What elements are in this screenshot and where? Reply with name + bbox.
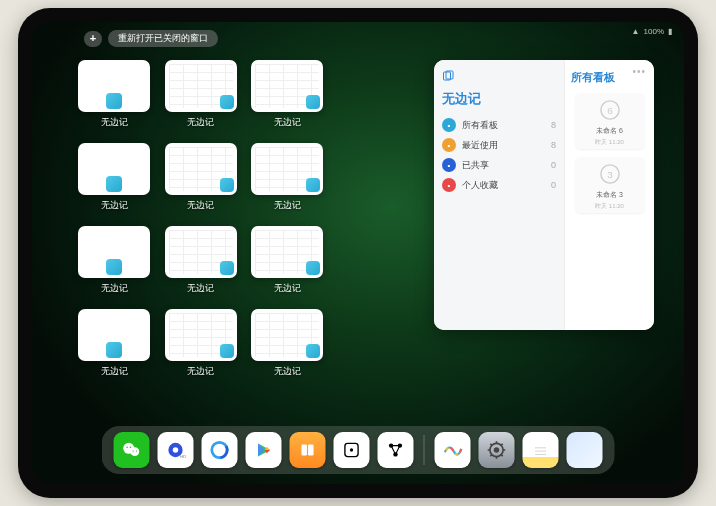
- svg-point-13: [173, 447, 179, 453]
- category-icon: •: [442, 178, 456, 192]
- board-card[interactable]: 3未命名 3昨天 11:20: [575, 157, 645, 213]
- svg-point-8: [126, 446, 128, 448]
- thumb-label: 无边记: [274, 365, 301, 378]
- more-icon[interactable]: •••: [632, 66, 646, 77]
- app-freeform[interactable]: [435, 432, 471, 468]
- thumb-cell: 无边记: [251, 60, 324, 129]
- app-wechat[interactable]: [114, 432, 150, 468]
- card-label: 未命名 6: [596, 126, 623, 136]
- new-window-button[interactable]: +: [84, 31, 102, 47]
- thumb-cell: 无边记: [165, 309, 238, 378]
- battery-icon: ▮: [668, 27, 672, 36]
- app-dice[interactable]: [334, 432, 370, 468]
- window-thumb[interactable]: [78, 60, 150, 112]
- card-label: 未命名 3: [596, 190, 623, 200]
- sidebar-item-label: 个人收藏: [462, 179, 498, 192]
- thumb-cell: 无边记: [165, 143, 238, 212]
- window-thumb[interactable]: [78, 309, 150, 361]
- dock-separator: [424, 435, 425, 465]
- svg-point-9: [130, 446, 132, 448]
- panel-right-title: 所有看板: [571, 70, 615, 85]
- svg-line-33: [501, 444, 503, 446]
- thumb-label: 无边记: [187, 282, 214, 295]
- window-thumb[interactable]: [78, 226, 150, 278]
- ipad-frame: ▲ 100% ▮ + 重新打开已关闭的窗口 无边记无边记无边记无边记无边记无边记…: [18, 8, 698, 498]
- app-play[interactable]: [246, 432, 282, 468]
- svg-line-27: [501, 455, 503, 457]
- svg-line-29: [490, 455, 492, 457]
- window-thumb[interactable]: [165, 226, 237, 278]
- thumb-grid: 无边记无边记无边记无边记无边记无边记无边记无边记无边记无边记无边记无边记: [78, 60, 410, 422]
- window-thumb[interactable]: [251, 309, 323, 361]
- panel-cards: 6未命名 6昨天 11:203未命名 3昨天 11:20: [575, 93, 645, 213]
- window-thumb[interactable]: [165, 143, 237, 195]
- svg-point-20: [350, 448, 353, 451]
- app-books[interactable]: [290, 432, 326, 468]
- window-thumb[interactable]: [165, 309, 237, 361]
- thumb-label: 无边记: [274, 282, 301, 295]
- thumb-cell: 无边记: [165, 60, 238, 129]
- window-thumb[interactable]: [251, 143, 323, 195]
- panel-right: 所有看板 6未命名 6昨天 11:203未命名 3昨天 11:20: [564, 60, 654, 330]
- card-sublabel: 昨天 11:20: [595, 138, 624, 147]
- svg-point-11: [136, 450, 137, 451]
- category-icon: •: [442, 158, 456, 172]
- svg-text:3: 3: [607, 168, 613, 179]
- wifi-icon: ▲: [632, 27, 640, 36]
- count-badge: 8: [551, 120, 556, 130]
- category-icon: •: [442, 138, 456, 152]
- app-notes[interactable]: [523, 432, 559, 468]
- window-thumb[interactable]: [251, 60, 323, 112]
- window-thumb[interactable]: [251, 226, 323, 278]
- svg-rect-17: [301, 445, 307, 456]
- screen: ▲ 100% ▮ + 重新打开已关闭的窗口 无边记无边记无边记无边记无边记无边记…: [32, 22, 684, 484]
- count-badge: 8: [551, 140, 556, 150]
- svg-rect-18: [308, 445, 314, 456]
- thumb-cell: 无边记: [78, 226, 151, 295]
- dock: HD: [102, 426, 615, 474]
- thumb-cell: 无边记: [78, 143, 151, 212]
- thumb-cell: 无边记: [251, 309, 324, 378]
- thumb-cell: 无边记: [251, 226, 324, 295]
- sidebar-item-label: 最近使用: [462, 139, 498, 152]
- app-qqb[interactable]: [202, 432, 238, 468]
- category-icon: •: [442, 118, 456, 132]
- sidebar-item-label: 已共享: [462, 159, 489, 172]
- sidebar-item[interactable]: •所有看板8: [442, 118, 556, 132]
- app-graph[interactable]: [378, 432, 414, 468]
- freeform-panel[interactable]: ••• 无边记 •所有看板8•最近使用8•已共享0•个人收藏0 所有看板 6未命…: [434, 60, 654, 330]
- thumb-label: 无边记: [101, 199, 128, 212]
- sidebar-item[interactable]: •已共享0: [442, 158, 556, 172]
- window-thumb[interactable]: [165, 60, 237, 112]
- battery-label: 100%: [644, 27, 664, 36]
- thumb-label: 无边记: [101, 365, 128, 378]
- top-controls: + 重新打开已关闭的窗口: [84, 30, 218, 47]
- panel-rows: •所有看板8•最近使用8•已共享0•个人收藏0: [442, 118, 556, 192]
- thumb-label: 无边记: [187, 199, 214, 212]
- thumb-cell: 无边记: [78, 60, 151, 129]
- thumb-cell: 无边记: [78, 309, 151, 378]
- workspace: 无边记无边记无边记无边记无边记无边记无边记无边记无边记无边记无边记无边记 •••…: [78, 60, 654, 422]
- panel-header-icon: [442, 70, 556, 82]
- thumb-label: 无边记: [101, 116, 128, 129]
- sidebar-item[interactable]: •最近使用8: [442, 138, 556, 152]
- thumb-label: 无边记: [274, 199, 301, 212]
- window-thumb[interactable]: [78, 143, 150, 195]
- svg-point-10: [132, 450, 133, 451]
- card-sublabel: 昨天 11:20: [595, 202, 624, 211]
- thumb-label: 无边记: [274, 116, 301, 129]
- app-library[interactable]: [567, 432, 603, 468]
- reopen-closed-button[interactable]: 重新打开已关闭的窗口: [108, 30, 218, 47]
- count-badge: 0: [551, 160, 556, 170]
- board-card[interactable]: 6未命名 6昨天 11:20: [575, 93, 645, 149]
- thumb-cell: 无边记: [165, 226, 238, 295]
- thumb-label: 无边记: [101, 282, 128, 295]
- svg-line-31: [490, 444, 492, 446]
- app-quark[interactable]: HD: [158, 432, 194, 468]
- svg-text:HD: HD: [180, 454, 186, 459]
- thumb-label: 无边记: [187, 365, 214, 378]
- sidebar-item[interactable]: •个人收藏0: [442, 178, 556, 192]
- app-settings[interactable]: [479, 432, 515, 468]
- svg-point-7: [130, 447, 139, 456]
- svg-point-25: [494, 447, 500, 453]
